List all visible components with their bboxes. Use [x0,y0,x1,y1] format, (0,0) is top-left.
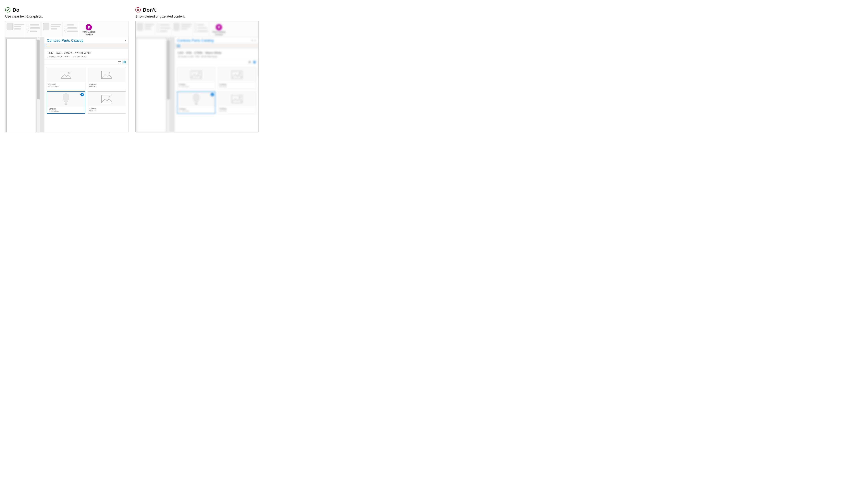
list-icon [248,61,251,63]
do-header: Do [5,7,128,13]
svg-point-3 [109,73,110,74]
product-spec: 85w Equal [219,86,255,88]
product-spec: 60 - 65w Equal [179,110,214,112]
search-subtitle: 16 results in LED - R30 - 60-65 Watt Equ… [178,55,255,58]
chevron-down-icon[interactable]: ▼ [125,39,127,41]
placeholder-image-icon [88,92,126,106]
hamburger-menu-icon[interactable] [177,45,180,47]
placeholder-image-icon [177,67,215,82]
svg-point-6 [109,97,110,98]
document-page [137,38,166,132]
svg-rect-12 [232,95,242,103]
product-card[interactable]: Contoso60 - 65w Equal [177,67,216,89]
svg-point-8 [198,73,200,74]
svg-point-13 [239,97,241,98]
document-page [7,38,36,132]
do-subtext: Use clear text & graphics. [5,15,128,18]
taskpane-title: Contoso Parts Catalog [47,38,83,42]
search-subtitle: 16 results in LED - R30 - 60-65 Watt Equ… [48,55,125,58]
scroll-thumb[interactable] [37,40,40,100]
product-card[interactable]: Contoso85w Equal [88,91,126,114]
scroll-up-icon[interactable]: ▲ [37,37,40,40]
svg-point-10 [239,73,241,74]
placeholder-image-icon [88,67,126,82]
svg-rect-4 [65,104,67,105]
product-spec: 85w Equal [219,110,255,112]
placeholder-image-icon [47,67,85,82]
product-card[interactable]: Contoso85w Equal [218,91,256,114]
scrollbar[interactable]: ▲ [167,37,170,132]
chevron-down-icon[interactable]: ▼ [251,39,253,42]
document-area[interactable] [5,37,37,132]
grid-view-button[interactable] [253,61,256,64]
product-card[interactable]: Contoso60 - 65w Equal [47,67,85,89]
do-column: Do Use clear text & graphics. [5,7,128,132]
product-brand: Contoso [49,108,83,110]
list-view-button[interactable] [248,61,251,64]
product-brand: Contoso [89,108,125,110]
hamburger-menu-icon[interactable] [47,45,50,47]
ribbon: Parts Catalog Contoso [5,21,128,37]
dont-column: Don't Show blurred or pixelated content. [135,7,259,132]
product-card[interactable]: Contoso60 - 65w Equal [177,91,216,114]
svg-rect-2 [102,71,112,79]
product-spec: 85w Equal [89,86,125,88]
grid-icon [253,61,256,63]
svg-point-1 [68,73,69,74]
x-circle-icon [135,7,141,13]
task-pane: Contoso Parts Catalog ▼ LED - R30 - 2700… [44,37,128,132]
placeholder-image-icon [218,92,256,106]
scroll-up-icon[interactable]: ▲ [167,37,170,40]
svg-rect-9 [232,71,242,79]
lightbulb-icon [216,24,222,30]
ribbon: Parts Catalog Contoso [135,21,259,37]
product-grid: Contoso60 - 65w EqualContoso85w EqualCon… [177,67,256,114]
product-card[interactable]: Contoso60 - 65w Equal [47,91,85,114]
scrollbar[interactable]: ▲ [37,37,40,132]
selected-check-icon [80,93,84,96]
search-title: LED - R30 - 2700K - Warm White [48,51,125,55]
svg-rect-7 [191,71,202,79]
product-brand: Contoso [49,83,84,86]
product-brand: Contoso [89,83,125,86]
addin-publisher: Contoso [82,33,95,36]
dont-app-frame: Parts Catalog Contoso ▲ Contoso [135,21,259,132]
bulb-image [178,92,215,107]
product-spec: 60 - 65w Equal [49,110,83,112]
search-summary: LED - R30 - 2700K - Warm White 16 result… [174,49,259,60]
taskpane-title: Contoso Parts Catalog [177,38,214,42]
addin-title: Parts Catalog [213,31,225,33]
addin-publisher: Contoso [213,33,225,36]
search-title: LED - R30 - 2700K - Warm White [178,51,255,55]
ribbon-button-placeholder[interactable] [7,23,13,30]
list-icon [118,61,121,63]
document-area[interactable] [135,37,167,132]
do-heading: Do [13,7,20,13]
scroll-thumb[interactable] [167,40,170,100]
svg-rect-0 [61,71,71,79]
product-card[interactable]: Contoso85w Equal [88,67,126,89]
product-spec: 60 - 65w Equal [179,86,214,88]
list-view-button[interactable] [118,61,121,64]
product-brand: Contoso [219,108,255,110]
lightbulb-icon [86,24,92,30]
ribbon-button-placeholder[interactable] [173,23,179,30]
product-spec: 60 - 65w Equal [49,86,84,88]
ribbon-button-placeholder[interactable] [43,23,49,30]
product-brand: Contoso [179,83,214,86]
dont-subtext: Show blurred or pixelated content. [135,15,259,18]
addin-title: Parts Catalog [82,31,95,33]
ribbon-button-placeholder[interactable] [137,23,143,30]
selected-check-icon [210,93,214,96]
task-pane: Contoso Parts Catalog ▼ ✕ LED - R30 - 27… [174,37,259,132]
svg-rect-5 [102,95,112,103]
ribbon-addin-button[interactable]: Parts Catalog Contoso [81,22,97,37]
placeholder-image-icon [218,67,256,82]
close-icon[interactable]: ✕ [254,39,256,42]
ribbon-addin-button[interactable]: Parts Catalog Contoso [211,22,227,37]
search-summary: LED - R30 - 2700K - Warm White 16 result… [44,49,128,60]
do-app-frame: Parts Catalog Contoso ▲ C [5,21,128,132]
product-card[interactable]: Contoso85w Equal [218,67,256,89]
grid-view-button[interactable] [123,61,126,64]
dont-heading: Don't [143,7,156,13]
